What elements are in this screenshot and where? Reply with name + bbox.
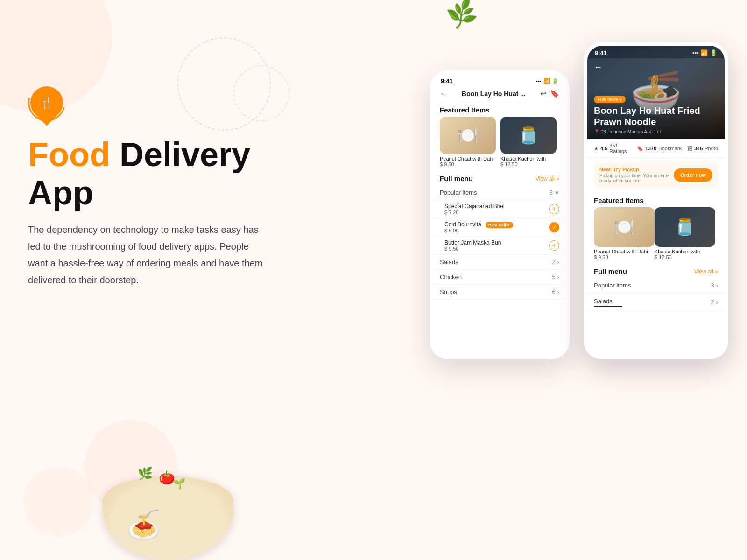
leaf-decoration-2: 🌱 — [173, 478, 185, 490]
phone1-featured-title: Featured Items — [433, 101, 566, 117]
description-text: The dependency on technology to make tas… — [28, 221, 271, 288]
featured-price-1: $ 9.50 — [440, 161, 496, 167]
menu-item-2[interactable]: Cold Bournvita Best Seller $ 5.00 ✓ — [433, 218, 566, 237]
category-soups[interactable]: Soups 6 › — [433, 285, 566, 300]
phone2-full-menu-header: Full menu View all » — [587, 265, 725, 278]
phone2-featured-name-2: Khasta Kachori with — [655, 249, 711, 254]
phone1-scroll[interactable]: Featured Items 🍽️ Peanut Chaat with Dahi… — [433, 101, 566, 357]
stat-rating: ★ 4.5 351 Ratings — [594, 143, 631, 154]
category-salads-count: 2 — [552, 259, 555, 266]
phone2-popular-count: 3 — [711, 282, 714, 289]
category-salads[interactable]: Salads 2 › — [433, 255, 566, 270]
phone2-popular-name: Popular items — [594, 282, 631, 289]
phone1-bookmark-button[interactable]: 🔖 — [550, 89, 559, 98]
hero-address: 📍 03 Jameson Manors Apt. 177 — [594, 129, 718, 134]
hero-restaurant-name: Boon Lay Ho Huat Fried Prawn Noodle — [594, 105, 718, 127]
menu-item-1-left: Special Gajananad Bhel $ 7.20 — [444, 203, 549, 215]
phone2-hero: 🍜 9:41 ▪▪▪ 📶 🔋 ← Free delivery Boon Lay … — [587, 46, 725, 139]
pickup-text: New! Try Pickup Pickup on your time. You… — [599, 167, 674, 183]
phone1-navbar: ← Boon Lay Ho Huat ... ↩ 🔖 — [433, 86, 566, 101]
featured-name-1: Peanut Chaat with Dahi — [440, 156, 496, 161]
phone2-time: 9:41 — [595, 49, 607, 56]
phone2-featured-img-1: 🍽️ — [594, 207, 655, 247]
free-delivery-badge: Free delivery — [594, 96, 626, 103]
logo-area — [28, 84, 289, 121]
logo-icon — [28, 84, 65, 121]
chevron-right-icon-chicken: › — [557, 273, 559, 280]
battery-icon: 🔋 — [552, 78, 558, 84]
category-salads-name: Salads — [440, 259, 458, 266]
category-popular[interactable]: Popular items 3 ∨ — [433, 185, 566, 200]
add-btn-1[interactable]: + — [549, 204, 559, 214]
stat-bookmarks: 🔖 137k Bookmark — [637, 143, 682, 154]
pasta-emoji: 🍝 — [126, 508, 161, 541]
chevron-down-icon: ∨ — [555, 189, 559, 196]
best-seller-badge: Best Seller — [486, 222, 513, 228]
phone2-signal: ▪▪▪ 📶 🔋 — [692, 49, 717, 56]
chevron-right-icon-soups: › — [557, 288, 559, 295]
phone2-featured-price-1: $ 9.50 — [594, 254, 650, 260]
menu-item-3-name: Butter Jam Maska Bun — [444, 239, 549, 246]
pickup-desc: Pickup on your time. Your order is ready… — [599, 173, 674, 183]
category-soups-right: 6 › — [552, 288, 559, 295]
check-btn-2[interactable]: ✓ — [549, 222, 559, 232]
phone2-salads-right: 2 › — [711, 299, 718, 306]
category-popular-name: Popular items — [440, 189, 477, 196]
phone2-back-btn[interactable]: ← — [594, 63, 602, 72]
add-btn-3[interactable]: + — [549, 240, 559, 251]
photo-label: Photo — [705, 146, 718, 151]
phone1-status-icons: ▪▪▪ 📶 🔋 — [536, 78, 558, 84]
featured-img-1: 🍽️ — [440, 117, 496, 154]
phone2-featured-title: Featured Items — [587, 192, 725, 207]
featured-price-2: $ 12.50 — [500, 161, 557, 167]
headline: Food Delivery App — [28, 135, 289, 212]
phone1-full-menu-title: Full menu — [440, 175, 473, 182]
headline-food: Food — [28, 136, 110, 173]
photo-value: 346 — [694, 146, 703, 151]
category-chicken-count: 5 — [552, 273, 555, 280]
phone2-status-bar: 9:41 ▪▪▪ 📶 🔋 — [587, 46, 725, 58]
logo-orbit — [21, 77, 72, 128]
bookmark-value: 137k — [645, 146, 656, 151]
phone1-back-button[interactable]: ← — [440, 90, 447, 98]
headline-app: App — [28, 174, 289, 212]
phone2-featured-item-2[interactable]: 🫙 Khasta Kachori with $ 12.50 — [655, 207, 711, 260]
phone2-stats: ★ 4.5 351 Ratings 🔖 137k Bookmark 🖼 346 … — [587, 139, 725, 158]
phone1-view-all[interactable]: View all » — [536, 175, 559, 182]
phone1-full-menu-header: Full menu View all » — [433, 172, 566, 185]
pickup-title: New! Try Pickup — [599, 167, 674, 172]
phone2-category-salads[interactable]: Salads 2 › — [587, 293, 725, 311]
category-soups-name: Soups — [440, 288, 457, 295]
category-chicken[interactable]: Chicken 5 › — [433, 270, 566, 285]
featured-name-2: Khasta Kachori with — [500, 156, 557, 161]
phone2-salads-chevron: › — [716, 299, 718, 306]
order-now-button[interactable]: Order now — [674, 168, 712, 182]
menu-item-3[interactable]: Butter Jam Maska Bun $ 9.50 + — [433, 237, 566, 255]
phone2-featured-name-1: Peanut Chaat with Dahi — [594, 249, 650, 254]
bookmark-stat-icon: 🔖 — [637, 146, 643, 152]
category-popular-right: 3 ∨ — [550, 189, 559, 196]
phone2-category-popular[interactable]: Popular items 3 › — [587, 278, 725, 293]
featured-item-2[interactable]: 🫙 Khasta Kachori with $ 12.50 — [500, 117, 557, 167]
herb-decoration: 🌿 — [444, 0, 480, 31]
phone2-featured-price-2: $ 12.50 — [655, 254, 711, 260]
phone2-salads-name: Salads — [594, 298, 613, 305]
menu-item-1[interactable]: Special Gajananad Bhel $ 7.20 + — [433, 200, 566, 218]
phone1-nav-title: Boon Lay Ho Huat ... — [451, 90, 536, 98]
left-section: Food Delivery App The dependency on tech… — [28, 84, 289, 288]
bookmark-label: Bookmark — [658, 146, 682, 151]
menu-item-1-name: Special Gajananad Bhel — [444, 203, 549, 210]
location-icon: 📍 — [594, 129, 599, 134]
featured-item-1[interactable]: 🍽️ Peanut Chaat with Dahi $ 9.50 — [440, 117, 496, 167]
pasta-bowl: 🍝 — [103, 476, 233, 560]
menu-item-3-left: Butter Jam Maska Bun $ 9.50 — [444, 239, 549, 252]
phone2-salads-count: 2 — [711, 299, 714, 306]
phone2-view-all[interactable]: View all » — [694, 268, 718, 275]
menu-item-1-price: $ 7.20 — [444, 210, 549, 215]
headline-delivery: Delivery — [110, 136, 250, 173]
chevron-right-icon-salads: › — [557, 259, 559, 266]
leaf-decoration-1: 🌿 — [138, 466, 153, 481]
category-chicken-right: 5 › — [552, 273, 559, 280]
phone1-share-button[interactable]: ↩ — [540, 89, 546, 98]
phone2-featured-item-1[interactable]: 🍽️ Peanut Chaat with Dahi $ 9.50 — [594, 207, 650, 260]
